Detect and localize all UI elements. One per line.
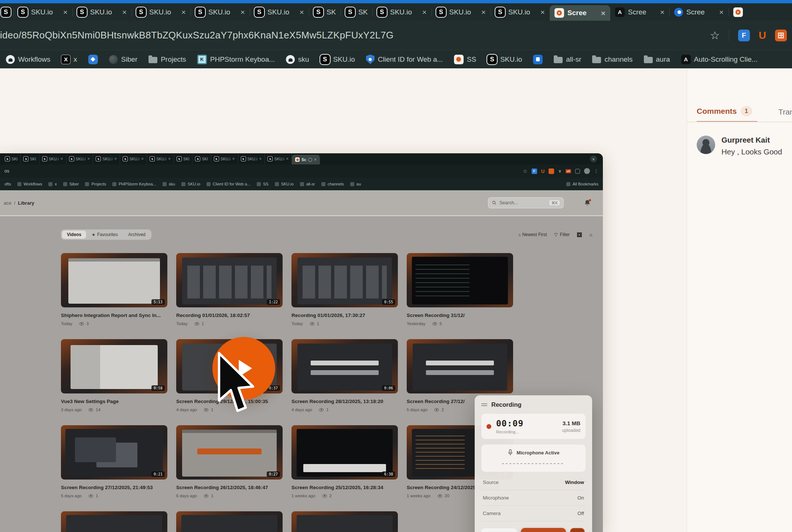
extension-u-icon[interactable]: U <box>759 30 766 41</box>
video-card[interactable]: 0:06Screen Recording 28/12/2025, 13:18:2… <box>291 339 398 412</box>
browser-tab[interactable]: SKl <box>341 3 372 21</box>
video-card-partial <box>291 511 398 532</box>
bookmark-icon <box>350 182 354 186</box>
browser-tab[interactable]: SKl <box>309 3 341 21</box>
bookmark-star-icon[interactable]: ☆ <box>710 30 720 41</box>
browser-tab[interactable]: SKU.io× <box>191 3 250 21</box>
bookmark-item[interactable]: sku <box>286 55 309 64</box>
video-thumbnail[interactable] <box>407 253 513 307</box>
browser-tab[interactable]: SKU.io× <box>431 3 491 21</box>
recorded-browser-tab: SSKl <box>2 153 21 164</box>
library-tab-favourites[interactable]: ★Favourites <box>87 231 123 239</box>
bookmark-item[interactable]: SKU.io <box>487 55 522 64</box>
divider <box>729 30 729 41</box>
tab-close-icon[interactable]: × <box>422 8 427 16</box>
github-icon <box>286 55 295 64</box>
video-card[interactable]: 5:13Shiphero Integration Report and Sync… <box>61 253 167 326</box>
video-thumbnail[interactable] <box>407 339 513 393</box>
video-card[interactable]: 6:38Screen Recording 25/12/2025, 16:28:3… <box>291 425 398 498</box>
stop-button[interactable]: Stop <box>521 528 566 532</box>
recording-detail-row: SourceWindow <box>481 475 586 490</box>
recording-status: Recording... <box>496 430 523 434</box>
browser-tab[interactable]: Scree× <box>550 5 610 21</box>
recorded-bookmark-item: SS <box>257 182 269 186</box>
browser-tab[interactable]: SKU.io× <box>372 3 431 21</box>
views-count: 5 <box>440 321 442 326</box>
tab-close-icon[interactable]: × <box>540 8 545 16</box>
video-thumbnail[interactable]: 0:58 <box>61 339 167 393</box>
bookmark-item[interactable]: Siber <box>109 55 137 64</box>
breadcrumb-separator: / <box>14 200 16 206</box>
tab-close-icon[interactable]: × <box>660 8 665 16</box>
video-thumbnail[interactable]: 5:13 <box>61 253 167 307</box>
bookmark-item[interactable] <box>533 55 543 64</box>
tab-transcript[interactable]: Trans <box>778 108 792 122</box>
bookmark-item[interactable]: Client ID for Web a... <box>366 55 443 64</box>
browser-tab[interactable]: SKl <box>0 3 13 21</box>
bookmark-icon <box>300 182 304 186</box>
browser-tab[interactable]: SKU.io× <box>491 3 550 21</box>
thumbnail-window <box>182 258 277 304</box>
bookmark-item[interactable]: aura <box>644 55 670 64</box>
bookmark-item[interactable]: SS <box>454 55 476 64</box>
video-thumbnail[interactable]: 0:55 <box>291 253 398 307</box>
bookmark-item[interactable]: all-sr <box>554 55 581 64</box>
video-thumbnail[interactable]: 6:38 <box>291 425 398 480</box>
video-card[interactable]: 0:27Screen Recording 26/12/2025, 18:46:4… <box>176 425 283 498</box>
video-card[interactable]: 1:22Recording 01/01/2026, 18:02:57Today1 <box>176 253 283 326</box>
video-date: 5 days ago <box>407 407 427 412</box>
browser-tab[interactable]: SKU.io× <box>72 3 132 21</box>
video-player[interactable]: SSKlSSKlSSKU.i×SSKU.i×SSKU.i×SSKU.i×SSKU… <box>0 153 603 532</box>
pause-button[interactable]: Pause <box>481 528 517 532</box>
bookmark-item[interactable]: Auto-Scrolling Clie... <box>681 55 758 64</box>
sku-icon <box>320 55 330 64</box>
video-card[interactable]: 0:58Vue3 New Settings Page3 days ago14 <box>61 339 167 412</box>
video-card[interactable]: 0:55Recording 01/01/2026, 17:30:27Today1 <box>291 253 398 326</box>
bookmark-item[interactable]: x <box>61 55 77 64</box>
tab-close-icon[interactable]: × <box>181 8 186 16</box>
tab-close-icon[interactable]: × <box>481 8 486 16</box>
recording-dot-icon <box>487 424 491 429</box>
tab-close-icon[interactable]: × <box>63 8 68 16</box>
bookmark-item[interactable]: Workflows <box>6 55 50 64</box>
comment-item[interactable]: Gurpreet Kait Hey , Looks Good <box>687 122 792 156</box>
video-card[interactable]: Screen Recording 31/12/Yesterday5 <box>407 253 513 326</box>
library-tab-archived[interactable]: Archived <box>123 231 150 239</box>
recorded-browser-tab: SSKl <box>174 153 192 164</box>
video-thumbnail[interactable]: 0:21 <box>61 425 167 480</box>
views-count: 1 <box>96 494 98 498</box>
thumbnail-window <box>297 258 392 304</box>
bookmark-item[interactable]: channels <box>592 55 632 64</box>
browser-tab[interactable]: Scree× <box>669 3 728 21</box>
video-thumbnail[interactable]: 0:27 <box>176 425 283 480</box>
extension-f-icon[interactable]: F <box>738 30 750 41</box>
discard-recording-button[interactable] <box>570 528 585 532</box>
browser-tab[interactable]: Scree× <box>610 3 669 21</box>
tab-close-icon[interactable]: × <box>122 8 127 16</box>
tab-close-icon[interactable]: × <box>240 8 245 16</box>
bookmark-item[interactable]: Projects <box>148 55 186 64</box>
extension-grid-icon[interactable] <box>775 30 787 41</box>
browser-tab[interactable]: SKU.io× <box>250 3 309 21</box>
bookmark-item[interactable]: PHPStorm Keyboa... <box>197 55 275 64</box>
tab-comments[interactable]: Comments 1 <box>697 106 757 122</box>
tab-close-icon[interactable]: × <box>300 8 304 16</box>
library-tab-videos[interactable]: Videos <box>62 231 86 239</box>
browser-tab[interactable]: SKU.io× <box>132 3 191 21</box>
url-text[interactable]: ideo/85RoQbiXn5Nmi0BHtsnwkB8TbZQKuxSzu2a… <box>0 30 701 41</box>
recording-panel: Recording 00:09 Recording... 3.1 MB uplo… <box>475 395 592 532</box>
views-count: 1 <box>317 321 319 326</box>
bookmark-item[interactable] <box>88 55 98 64</box>
browser-tab[interactable]: SKU.io× <box>13 3 72 21</box>
tab-close-icon[interactable]: × <box>601 9 605 17</box>
video-thumbnail[interactable]: 1:22 <box>176 253 283 307</box>
video-thumbnail[interactable]: 0:06 <box>291 339 398 393</box>
tab-close-icon[interactable]: × <box>719 8 724 16</box>
recorded-bookmark-item: ofts <box>4 182 11 186</box>
browser-tab[interactable] <box>728 3 754 21</box>
recorded-browser-tab: SSKl <box>192 153 211 164</box>
video-card[interactable]: 0:21Screen Recording 27/12/2025, 21:49:5… <box>61 425 167 498</box>
bookmark-item[interactable]: SKU.io <box>320 55 355 64</box>
video-date: Yesterday <box>407 321 426 326</box>
bookmark-label: SKU.io <box>281 182 294 186</box>
